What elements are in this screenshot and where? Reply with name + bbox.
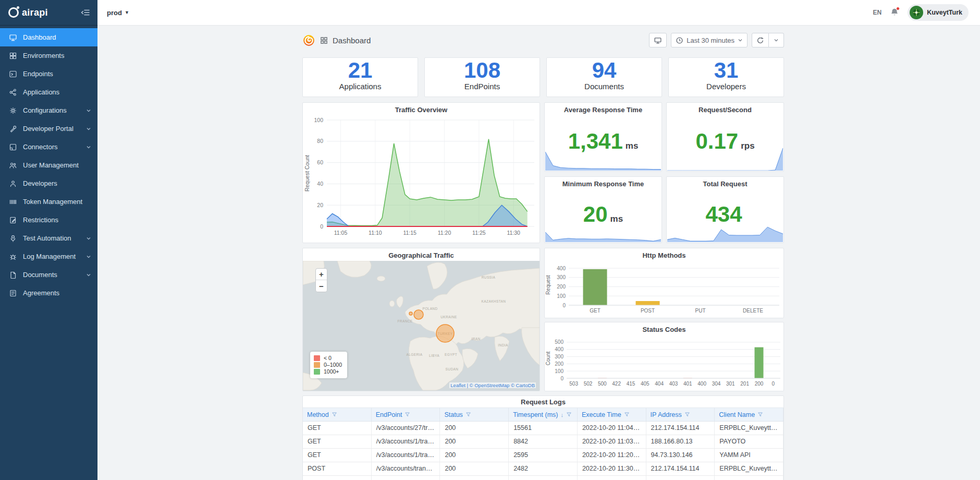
time-range-picker[interactable]: Last 30 minutes — [671, 33, 748, 47]
svg-text:200: 200 — [557, 284, 566, 290]
sidebar-item-dashboard[interactable]: Dashboard — [0, 28, 97, 46]
svg-text:300: 300 — [557, 274, 566, 280]
column-header-execute-time[interactable]: Execute Time — [578, 408, 646, 421]
table-cell: POST — [303, 462, 372, 475]
sidebar-menu: DashboardEnvironmentsEndpointsApplicatio… — [0, 26, 97, 302]
sidebar-item-endpoints[interactable]: Endpoints — [0, 65, 97, 83]
sidebar-item-developers[interactable]: Developers — [0, 174, 97, 193]
sidebar-collapse-icon[interactable] — [81, 8, 90, 17]
sidebar-item-label: Log Management — [23, 253, 80, 260]
table-cell: GET — [303, 435, 372, 448]
chevron-down-icon — [86, 254, 91, 259]
sidebar-item-label: Token Management — [23, 198, 91, 206]
svg-text:LIBYA: LIBYA — [429, 354, 439, 357]
table-cell — [303, 476, 372, 480]
stat-card-value: 21 — [303, 59, 418, 82]
sidebar-item-applications[interactable]: Applications — [0, 83, 97, 101]
sidebar-item-token-management[interactable]: Token Management — [0, 193, 97, 211]
svg-text:100: 100 — [555, 368, 564, 374]
table-cell — [646, 476, 715, 480]
user-menu[interactable]: KuveytTurk — [908, 4, 969, 21]
language-selector[interactable]: EN — [873, 9, 881, 16]
total-request-panel: Total Request 434 — [666, 176, 784, 243]
filter-funnel-icon[interactable] — [466, 412, 471, 417]
stat-card-label: Developers — [669, 82, 783, 91]
column-header-timespent-ms-[interactable]: Timespent (ms)↓ — [509, 408, 578, 421]
svg-text:Request Count: Request Count — [304, 155, 310, 191]
table-cell: 200 — [440, 449, 509, 462]
sidebar: airapi DashboardEnvironmentsEndpointsApp… — [0, 0, 97, 480]
column-label: Timespent (ms) — [513, 411, 558, 418]
sidebar-item-test-automation[interactable]: Test Automation — [0, 229, 97, 247]
map-attribution: Leaflet | © OpenStreetMap © CartoDB — [449, 382, 536, 388]
environment-selector[interactable]: prod ▼ — [107, 9, 129, 17]
notifications-bell-icon[interactable] — [890, 8, 899, 17]
chevron-down-icon — [86, 126, 91, 131]
table-cell: 200 — [440, 462, 509, 475]
svg-text:40: 40 — [317, 181, 323, 187]
column-header-client-name[interactable]: Client Name — [715, 408, 783, 421]
sidebar-item-environments[interactable]: Environments — [0, 46, 97, 65]
request-logs-panel: Request Logs MethodEndPointStatusTimespe… — [302, 395, 784, 480]
traffic-bubble[interactable] — [409, 312, 412, 315]
column-header-endpoint[interactable]: EndPoint — [372, 408, 440, 421]
legend-item: < 0 — [314, 355, 342, 362]
column-label: Method — [307, 411, 329, 418]
map-legend: < 00–10001000+ — [310, 352, 347, 378]
refresh-button[interactable] — [752, 33, 769, 47]
sidebar-item-connectors[interactable]: Connectors — [0, 138, 97, 156]
filter-funnel-icon[interactable] — [684, 412, 690, 417]
chevron-down-icon — [774, 38, 779, 43]
traffic-bubble[interactable] — [436, 325, 454, 342]
sidebar-item-agreements[interactable]: Agreements — [0, 284, 97, 302]
table-cell — [715, 476, 783, 480]
svg-text:Request: Request — [545, 275, 551, 294]
filter-funnel-icon[interactable] — [624, 412, 630, 417]
column-header-status[interactable]: Status — [440, 408, 509, 421]
sidebar-item-user-management[interactable]: User Management — [0, 156, 97, 174]
sidebar-item-label: Test Automation — [23, 234, 80, 242]
sidebar-item-configurations[interactable]: Configurations — [0, 101, 97, 119]
sidebar-item-restrictions[interactable]: Restrictions — [0, 211, 97, 229]
legend-label: 1000+ — [324, 368, 339, 375]
filter-funnel-icon[interactable] — [332, 412, 337, 417]
app-logo: airapi — [8, 7, 48, 18]
svg-text:503: 503 — [569, 381, 578, 387]
legend-swatch — [314, 369, 320, 375]
svg-text:RUSSIA: RUSSIA — [482, 275, 496, 279]
filter-funnel-icon[interactable] — [405, 412, 410, 417]
column-header-method[interactable]: Method — [303, 408, 372, 421]
avg-response-time-panel: Average Response Time 1,341ms — [544, 102, 662, 172]
file-icon — [9, 271, 17, 279]
sidebar-item-log-management[interactable]: Log Management — [0, 247, 97, 266]
chevron-down-icon — [86, 145, 91, 150]
column-header-ip-address[interactable]: IP Address — [646, 408, 715, 421]
svg-text:200: 200 — [755, 381, 764, 387]
users-icon — [9, 161, 17, 170]
svg-text:0: 0 — [562, 303, 566, 308]
table-body: GET/v3/accounts/27/transa...200155612022… — [303, 422, 783, 480]
tv-mode-button[interactable] — [649, 33, 667, 47]
map-zoom-in-button[interactable]: + — [316, 269, 327, 280]
filter-funnel-icon[interactable] — [757, 412, 763, 417]
svg-text:201: 201 — [740, 381, 749, 387]
sidebar-item-documents[interactable]: Documents — [0, 266, 97, 284]
stat-card-applications: 21Applications — [302, 57, 418, 97]
grafana-logo-icon — [302, 34, 315, 47]
traffic-bubble[interactable] — [414, 310, 423, 319]
stat-card-value: 94 — [547, 59, 662, 82]
svg-text:60: 60 — [317, 159, 323, 165]
chevron-down-icon — [86, 272, 91, 278]
topbar: prod ▼ EN KuveytTurk — [97, 0, 980, 26]
avatar — [910, 6, 923, 19]
refresh-interval-button[interactable] — [769, 33, 784, 47]
user-name: KuveytTurk — [927, 9, 962, 16]
sidebar-item-developer-portal[interactable]: Developer Portal — [0, 119, 97, 138]
sidebar-item-label: Restrictions — [23, 216, 91, 224]
sidebar-item-label: Developer Portal — [23, 125, 80, 133]
filter-funnel-icon[interactable] — [566, 412, 572, 417]
svg-text:GET: GET — [590, 308, 601, 314]
table-cell: /v3/accounts/27/transa... — [372, 422, 440, 435]
column-label: IP Address — [651, 411, 682, 418]
map-zoom-out-button[interactable]: − — [316, 280, 327, 292]
